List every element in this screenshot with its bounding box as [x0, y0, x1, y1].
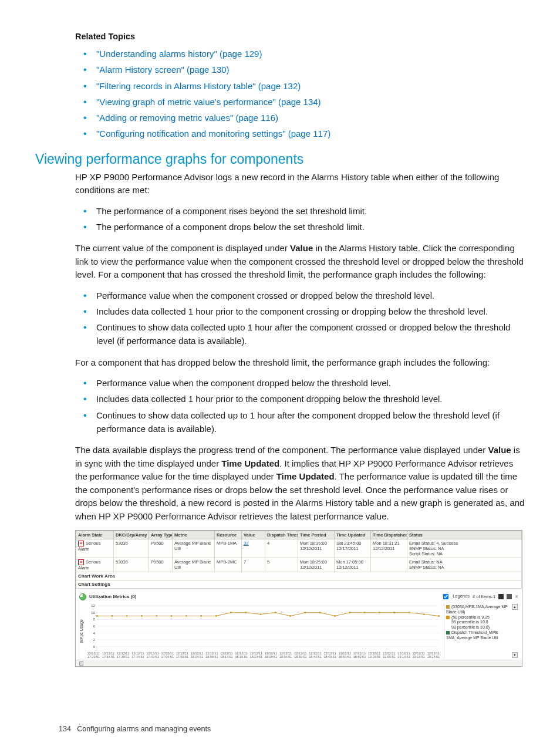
svg-point-32	[364, 612, 366, 613]
items-count: # of Items:1	[473, 594, 495, 599]
chart-legend: ▴ (53036,MPB-1MA,Average MP Blade Util)(…	[444, 603, 518, 659]
related-link-2[interactable]: "Filtering records in Alarms History tab…	[96, 81, 301, 91]
crossed-2: Continues to show data collected upto 1 …	[96, 322, 510, 346]
cell-tupd: Mon 17:05:00 12/12/2011	[335, 558, 371, 572]
svg-point-23	[230, 612, 232, 613]
cell-res: MPB-2MC	[215, 558, 242, 572]
legend-scroll-down-icon[interactable]: ▾	[512, 652, 518, 658]
svg-point-16	[126, 615, 128, 617]
cell-atype: P9500	[149, 558, 173, 572]
cell-tupd: Sat 23:45:00 12/17/2011	[335, 539, 371, 558]
svg-text:12: 12	[91, 603, 96, 607]
svg-text:0: 0	[93, 644, 96, 649]
svg-point-25	[259, 613, 261, 615]
trend-para: The data available displays the progress…	[75, 444, 525, 523]
utilization-chart: 024681012	[86, 603, 441, 649]
col-time-updated[interactable]: Time Updated	[335, 531, 371, 539]
legend-item: (53036,MPB-1MA,Average MP Blade Util)	[446, 605, 517, 615]
page-number: 134	[59, 725, 71, 733]
dropped-list: Performance value when the component dro…	[75, 376, 525, 436]
tab-chart-work-area[interactable]: Chart Work Area	[76, 572, 522, 580]
col-dispatch-thres[interactable]: Dispatch Thres…	[265, 531, 298, 539]
svg-point-21	[200, 615, 202, 617]
col-dkc[interactable]: DKC/Grp/Array …	[114, 531, 149, 539]
scrollbar-thumb-icon[interactable]	[79, 661, 83, 666]
col-time-dispatched[interactable]: Time Dispatched	[371, 531, 407, 539]
x-axis-labels: 12/12/1117:29:5112/12/1117:34:5112/12/11…	[86, 652, 441, 659]
cell-res: MPB-1MA	[215, 539, 242, 558]
related-link-5[interactable]: "Configuring notification and monitoring…	[96, 129, 330, 139]
cell-tdisp	[371, 558, 407, 572]
text-frag: The current value of the component is di…	[75, 243, 290, 253]
cell-dkc: 53036	[114, 558, 149, 572]
svg-point-35	[409, 612, 410, 613]
cell-value: 7	[244, 559, 246, 565]
bold-tu-1: Time Updated	[221, 458, 279, 468]
crossed-1: Includes data collected 1 hour prior to …	[96, 306, 488, 316]
cell-metric: Average MP Blade Util	[173, 539, 215, 558]
table-header-row: Alarm State DKC/Grp/Array … Array Type M…	[76, 531, 522, 539]
legends-toggle[interactable]: Legends	[440, 591, 470, 602]
col-metric[interactable]: Metric	[173, 531, 215, 539]
page-footer: 134 Configuring alarms and managing even…	[59, 725, 211, 733]
bold-value-1: Value	[290, 243, 313, 253]
col-array-type[interactable]: Array Type	[149, 531, 173, 539]
svg-point-27	[289, 615, 291, 617]
svg-point-18	[156, 615, 157, 617]
svg-point-26	[275, 612, 276, 613]
table-row[interactable]: ×Serious Alarm 53036 P9500 Average MP Bl…	[76, 558, 522, 572]
legend-item: (50 percentile is 9.25	[446, 615, 517, 620]
dropped-intro: For a component that has dropped below t…	[75, 356, 525, 370]
tab-chart-settings[interactable]: Chart Settings	[76, 580, 522, 589]
legend-item: 95 percentile is 10.0	[446, 620, 517, 625]
section-heading: Viewing performance graphs for component…	[35, 151, 525, 167]
cell-dthres: 5	[265, 558, 298, 572]
conditions-list: The performance of a component rises bey…	[75, 204, 525, 234]
col-alarm-state[interactable]: Alarm State	[76, 531, 114, 539]
horizontal-scrollbar[interactable]	[76, 660, 522, 666]
cell-dthres: 4	[265, 539, 298, 558]
save-icon[interactable]	[507, 594, 512, 599]
cell-status: Email Status: NA SNMP Status: NA	[407, 558, 522, 572]
svg-text:10: 10	[91, 610, 96, 615]
svg-point-19	[171, 615, 173, 617]
col-value[interactable]: Value	[242, 531, 265, 539]
svg-point-29	[319, 612, 321, 613]
svg-text:2: 2	[93, 638, 96, 642]
col-resource[interactable]: Resource	[215, 531, 242, 539]
crossed-0: Performance value when the component cro…	[96, 291, 434, 301]
svg-point-28	[304, 612, 306, 613]
cell-dkc: 53036	[114, 539, 149, 558]
cell-metric: Average MP Blade Util	[173, 558, 215, 572]
chart-title: Utilization Metrics (0)	[89, 594, 136, 599]
svg-point-34	[393, 612, 395, 613]
chart-panel: Utilization Metrics (0) Legends # of Ite…	[76, 589, 522, 660]
svg-point-24	[245, 612, 247, 613]
related-link-1[interactable]: "Alarm History screen" (page 130)	[96, 65, 230, 75]
legend-item: Dispatch Threshold_MPB-1MA_Average MP Bl…	[446, 630, 517, 641]
alarms-history-table: Alarm State DKC/Grp/Array … Array Type M…	[76, 531, 522, 589]
dropped-0: Performance value when the component dro…	[96, 378, 391, 388]
cell-status: Email Status: 4, Success SNMP Status: NA…	[407, 539, 522, 558]
text-frag: The data available displays the progress…	[75, 445, 488, 455]
close-icon[interactable]: ×	[515, 593, 518, 600]
y-axis-label: MPpc Usage	[79, 603, 83, 659]
col-status[interactable]: Status	[407, 531, 522, 539]
col-time-posted[interactable]: Time Posted	[298, 531, 335, 539]
svg-point-22	[215, 615, 217, 617]
related-link-0[interactable]: "Understanding alarms history" (page 129…	[96, 49, 262, 59]
related-topics-heading: Related Topics	[75, 32, 525, 41]
related-link-4[interactable]: "Adding or removing metric values" (page…	[96, 113, 278, 123]
legend-scroll-up-icon[interactable]: ▴	[512, 604, 518, 610]
svg-text:4: 4	[93, 631, 96, 635]
refresh-icon[interactable]	[79, 593, 86, 600]
grid-icon[interactable]	[498, 594, 504, 599]
svg-point-20	[185, 615, 187, 617]
svg-point-36	[423, 613, 425, 615]
related-link-3[interactable]: "Viewing graph of metric value's perform…	[96, 97, 321, 107]
table-row[interactable]: ×Serious Alarm 53036 P9500 Average MP Bl…	[76, 539, 522, 558]
cell-tposted: Mon 18:36:00 12/12/2011	[298, 539, 335, 558]
cell-tdisp: Mon 18:31:21 12/12/2011	[371, 539, 407, 558]
value-link[interactable]: 32	[244, 541, 248, 546]
svg-text:8: 8	[93, 617, 96, 622]
